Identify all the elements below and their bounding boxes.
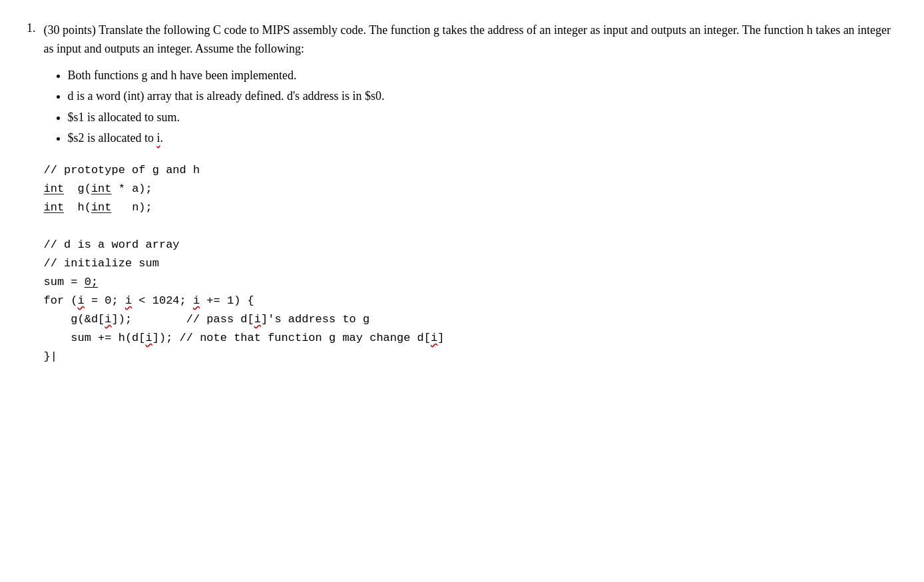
assumption-2: d is a word (int) array that is already … [68,86,898,107]
question-content: (30 points) Translate the following C co… [44,21,898,366]
code-prototype-g: int g(int * a); [44,180,898,198]
code-prototype-h: int h(int n); [44,198,898,217]
code-block: // prototype of g and h int g(int * a); … [44,161,898,367]
description-text: Translate the following C code to MIPS a… [44,23,891,55]
code-blank1 [44,217,898,236]
question-1: 1. (30 points) Translate the following C… [27,21,897,366]
points-label: (30 points) [44,23,97,37]
question-description: (30 points) Translate the following C co… [44,21,898,59]
code-call-h: sum += h(d[i]); // note that function g … [44,329,898,348]
code-sum-init: sum = 0; [44,273,898,292]
assumption-4: $s2 is allocated to i. [68,128,898,149]
code-comment2: // d is a word array [44,236,898,254]
code-closing: }| [44,348,898,366]
assumptions-list: Both functions g and h have been impleme… [44,65,898,149]
code-comment1: // prototype of g and h [44,161,898,180]
question-number: 1. [27,21,36,366]
assumption-1: Both functions g and h have been impleme… [68,65,898,87]
code-comment3: // initialize sum [44,254,898,273]
code-for-loop: for (i = 0; i < 1024; i += 1) { [44,292,898,310]
code-call-g: g(&d[i]); // pass d[i]'s address to g [44,310,898,329]
assumption-3: $s1 is allocated to sum. [68,107,898,129]
